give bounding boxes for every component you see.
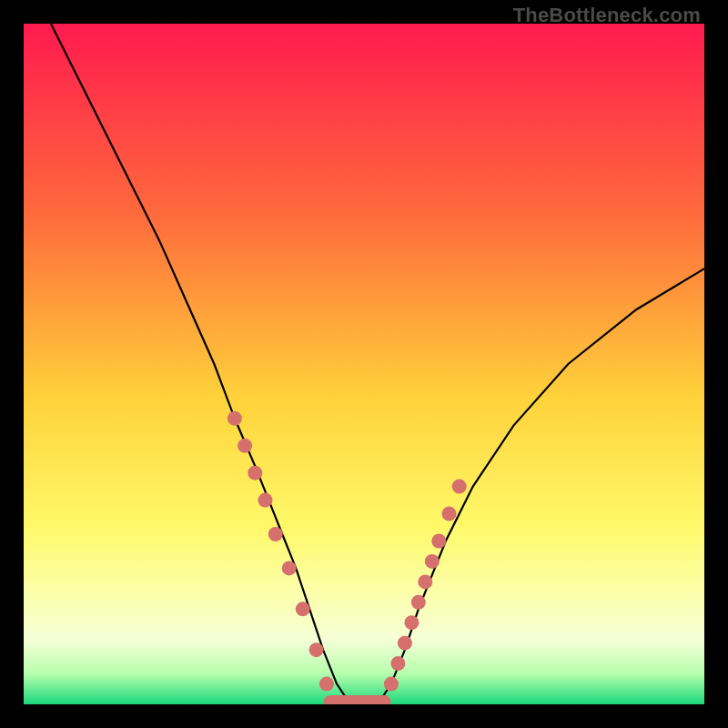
data-marker — [390, 656, 405, 671]
data-marker — [398, 636, 412, 651]
data-marker — [442, 507, 457, 521]
marker-group-left — [228, 411, 334, 692]
data-marker — [238, 439, 252, 453]
data-marker — [404, 615, 419, 630]
data-marker — [384, 677, 399, 692]
watermark-text: TheBottleneck.com — [513, 4, 701, 27]
chart-frame: TheBottleneck.com — [0, 0, 728, 728]
data-marker — [248, 466, 262, 480]
data-marker — [319, 677, 334, 692]
bottleneck-curve — [51, 24, 704, 704]
data-marker — [425, 554, 440, 569]
data-marker — [258, 493, 273, 508]
marker-group-right — [384, 480, 467, 692]
data-marker — [228, 411, 242, 426]
data-marker — [268, 527, 283, 541]
data-marker — [411, 595, 426, 610]
plot-area — [24, 24, 704, 704]
data-marker — [296, 602, 310, 616]
data-marker — [452, 480, 467, 494]
data-marker — [418, 574, 432, 589]
curve-layer — [24, 24, 704, 704]
data-marker — [431, 534, 446, 549]
data-marker — [282, 561, 297, 575]
data-marker — [309, 642, 324, 657]
